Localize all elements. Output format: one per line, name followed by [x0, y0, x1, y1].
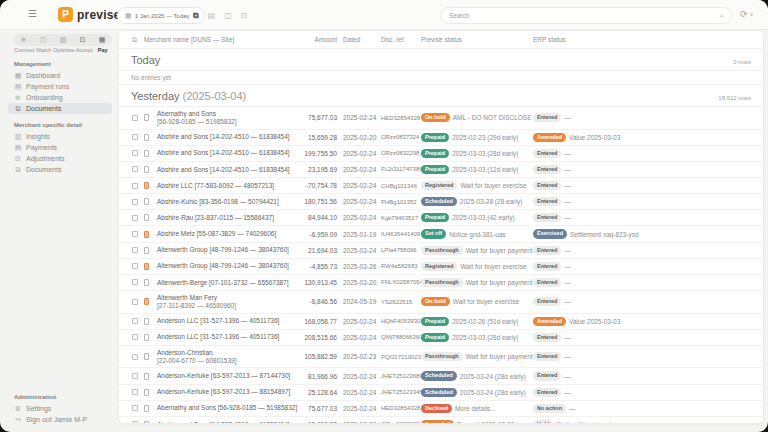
- row-checkbox[interactable]: [132, 279, 138, 285]
- erp-status-text: —: [564, 114, 571, 121]
- column-header-erp-status[interactable]: ERP status: [533, 36, 753, 43]
- row-checkbox[interactable]: [132, 334, 138, 340]
- table-row[interactable]: Abshire and Sons [14-202-4510 — 61838454…: [119, 130, 763, 146]
- previse-status-text: 2025-03-24 (28d early): [460, 389, 526, 396]
- sidebar-item-payment-runs[interactable]: ▤ Payment runs: [8, 81, 112, 92]
- table-row[interactable]: Abernathy and Sons [56-928-0185 — 519858…: [119, 107, 763, 130]
- tab-pay-label[interactable]: Pay: [93, 47, 112, 53]
- row-checkbox[interactable]: [132, 405, 138, 411]
- column-header-merchant[interactable]: Merchant name [DUNS — Site]: [144, 36, 297, 43]
- row-checkbox[interactable]: [132, 318, 138, 324]
- amount-cell: 84,944.10: [297, 214, 337, 221]
- tab-accept[interactable]: ⊡: [73, 34, 93, 46]
- table-row[interactable]: Abshire and Sons [14-202-4510 — 61838454…: [119, 162, 763, 178]
- toolbar-chart-icon[interactable]: ◫: [224, 11, 232, 20]
- erp-status-cell: Entered —: [533, 181, 753, 190]
- table-row[interactable]: Abshire and Sons [14-202-4510 — 61838454…: [119, 417, 763, 424]
- dated-cell: 2025-02-24: [337, 405, 381, 412]
- toolbar-receipt-icon[interactable]: ▤: [208, 11, 216, 20]
- erp-status-text: —: [564, 166, 571, 173]
- connect-icon: ⊕: [21, 36, 27, 44]
- date-range-filter[interactable]: ▦ 1 Jan 2025 — Today ∨: [117, 7, 205, 24]
- table-row[interactable]: Abshire-Rau [23-837-0115 — 15586437] 84,…: [119, 210, 763, 226]
- row-checkbox[interactable]: [132, 247, 138, 253]
- row-checkbox[interactable]: [132, 354, 138, 360]
- sidebar-item-settings[interactable]: ⚙ Settings: [8, 403, 112, 414]
- tab-connect-label[interactable]: Connect: [14, 47, 35, 53]
- erp-status-badge: Entered: [533, 113, 561, 122]
- tab-match[interactable]: ◫: [34, 34, 54, 46]
- row-checkbox[interactable]: [132, 134, 138, 140]
- column-header-doc-ref[interactable]: Doc. ref: [381, 36, 421, 43]
- sidebar-item-onboarding[interactable]: ⊕ Onboarding: [8, 92, 112, 103]
- tab-optimise[interactable]: ▥: [53, 34, 73, 46]
- row-checkbox[interactable]: [132, 389, 138, 395]
- row-checkbox[interactable]: [132, 183, 138, 189]
- previse-status-text: Wait for buyer exercise: [460, 182, 526, 189]
- erp-status-badge: No action: [533, 404, 566, 413]
- row-checkbox[interactable]: [132, 373, 138, 379]
- sidebar-item-dashboard[interactable]: ▦ Dashboard: [8, 70, 112, 81]
- table-row[interactable]: Altenwerth Group [48-799-1246 — 38043760…: [119, 243, 763, 259]
- row-checkbox[interactable]: [132, 299, 138, 305]
- table-row[interactable]: Anderson LLC [31-527-1396 — 40511736] 16…: [119, 314, 763, 330]
- dated-cell: 2025-02-24: [337, 150, 381, 157]
- refresh-control[interactable]: ⟳ ∨: [740, 9, 754, 19]
- table-row[interactable]: Abernathy and Sons [56-928-0185 — 519858…: [119, 401, 763, 417]
- pay-icon: ▦: [99, 36, 106, 44]
- tab-connect[interactable]: ⊕: [14, 34, 34, 46]
- row-checkbox[interactable]: [132, 115, 138, 121]
- table-row[interactable]: Anderson-Kerluke [63-597-2013 — 87144730…: [119, 368, 763, 384]
- search-input[interactable]: [441, 12, 720, 19]
- table-row[interactable]: Anderson LLC [31-527-1396 — 40511736] 20…: [119, 330, 763, 346]
- table-row[interactable]: Abshire LLC [77-583-6092 — 48057213] -70…: [119, 178, 763, 194]
- sidebar-item-adjustments[interactable]: ⊟ Adjustments: [8, 153, 112, 164]
- row-checkbox[interactable]: [132, 215, 138, 221]
- onboarding-icon: ⊕: [14, 94, 22, 102]
- row-checkbox[interactable]: [132, 421, 138, 424]
- erp-status-cell: Entered —: [533, 149, 753, 158]
- merchant-name-cell: Abernathy and Sons [56-928-0185 — 519858…: [157, 404, 297, 412]
- doc-ref-cell: Kgk79463517: [381, 215, 421, 221]
- row-checkbox[interactable]: [132, 263, 138, 269]
- row-checkbox[interactable]: [132, 231, 138, 237]
- sidebar-item-documents-merchant[interactable]: ⧉ Documents: [8, 164, 112, 175]
- erp-status-badge: Hold: [533, 420, 553, 424]
- row-checkbox[interactable]: [132, 150, 138, 156]
- tab-accept-label[interactable]: Accept: [75, 47, 94, 53]
- column-header-previse-status[interactable]: Previse status: [421, 36, 533, 43]
- sidebar-item-label: Payments: [26, 144, 57, 151]
- toolbar-documents-icon[interactable]: ⧉: [193, 11, 199, 21]
- column-header-dated[interactable]: Dated: [337, 36, 381, 43]
- erp-status-badge: Entered: [533, 297, 561, 306]
- table-row[interactable]: Altenwerth Group [48-799-1246 — 38043760…: [119, 259, 763, 275]
- table-row[interactable]: Abshire-Kuhic [83-356-0198 — 50794421] 1…: [119, 194, 763, 210]
- table-row[interactable]: Abshire Metz [55-087-3829 — 74029606] -6…: [119, 226, 763, 242]
- sidebar-item-documents[interactable]: ⧉ Documents: [8, 103, 112, 114]
- amount-cell: -6,846.56: [297, 298, 337, 305]
- table-row[interactable]: Altenwerth-Berge [07-101-3732 — 65567387…: [119, 275, 763, 291]
- table-row[interactable]: Altenwerth Man Fery [27-311-8392 — 46580…: [119, 291, 763, 314]
- column-header-amount[interactable]: Amount: [297, 36, 337, 43]
- document-icon: [144, 263, 149, 270]
- table-row[interactable]: Abshire and Sons [14-202-4510 — 61838454…: [119, 146, 763, 162]
- sidebar-item-sign-out[interactable]: ↪ Sign out Jamie M-P: [8, 414, 112, 425]
- sidebar-item-payments[interactable]: ▤ Payments: [8, 142, 112, 153]
- sidebar-footer: Administration ⚙ Settings ↪ Sign out Jam…: [0, 394, 118, 425]
- previse-status-badge: Set off: [421, 229, 446, 238]
- chevron-down-icon: ∨: [750, 11, 754, 17]
- tab-optimise-label[interactable]: Optimise: [53, 47, 75, 53]
- erp-status-text: —: [564, 373, 571, 380]
- sidebar-item-insights[interactable]: ▥ Insights: [8, 131, 112, 142]
- hamburger-menu-icon[interactable]: ☰: [28, 8, 37, 19]
- erp-status-badge: Entered: [533, 246, 561, 255]
- tab-match-label[interactable]: Match: [35, 47, 54, 53]
- row-checkbox[interactable]: [132, 166, 138, 172]
- brand-name: previse: [77, 8, 120, 22]
- row-checkbox[interactable]: [132, 199, 138, 205]
- table-row[interactable]: Anderson-Kerluke [63-597-2013 — 88154897…: [119, 385, 763, 401]
- table-row[interactable]: Anderson-Christian [22-004-6770 — 608015…: [119, 346, 763, 369]
- toolbar-device-icon[interactable]: ⊡: [241, 11, 248, 20]
- tab-pay[interactable]: ▦: [92, 34, 112, 46]
- merchant-name-cell: Abshire and Sons [14-202-4510 — 61838454…: [157, 421, 297, 424]
